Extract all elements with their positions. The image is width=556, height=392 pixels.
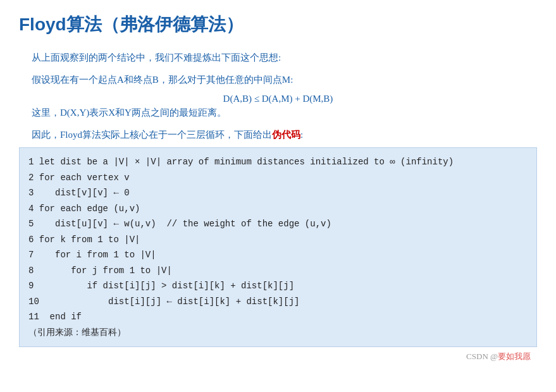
code-line-9: 9 if dist[i][j] > dist[i][k] + dist[k][j… — [28, 278, 528, 294]
code-block: 1 let dist be a |V| × |V| array of minim… — [19, 147, 537, 347]
code-line-2: 2 for each vertex v — [28, 170, 528, 186]
footer: CSDN @要如我愿 — [19, 351, 537, 362]
footer-text: CSDN @要如我愿 — [466, 351, 531, 362]
footer-prefix: CSDN @ — [466, 352, 498, 361]
intro-line1: 从上面观察到的两个结论中，我们不难提炼出下面这个思想: — [19, 49, 537, 66]
code-line-6: 6 for k from 1 to |V| — [28, 232, 528, 248]
code-line-citation: （引用来源：维基百科） — [28, 325, 528, 341]
code-line-1: 1 let dist be a |V| × |V| array of minim… — [28, 154, 528, 170]
code-line-5: 5 dist[u][v] ← w(u,v) // the weight of t… — [28, 216, 528, 232]
code-line-8: 8 for j from 1 to |V| — [28, 263, 528, 279]
intro-note: 这里，D(X,Y)表示X和Y两点之间的最短距离。 — [19, 107, 537, 119]
footer-brand: 要如我愿 — [498, 352, 531, 361]
code-line-4: 4 for each edge (u,v) — [28, 201, 528, 217]
intro-line2: 假设现在有一个起点A和终点B，那么对于其他任意的中间点M: — [19, 71, 537, 89]
code-line-10: 10 dist[i][j] ← dist[i][k] + dist[k][j] — [28, 294, 528, 310]
summary-line: 因此，Floyd算法实际上核心在于一个三层循环，下面给出伪代码: — [19, 129, 537, 141]
page-title: Floyd算法（弗洛伊德算法） — [19, 13, 537, 37]
summary-suffix: : — [300, 130, 303, 140]
code-line-3: 3 dist[v][v] ← 0 — [28, 185, 528, 201]
code-line-11: 11 end if — [28, 309, 528, 325]
summary-prefix: 因此，Floyd算法实际上核心在于一个三层循环，下面给出 — [32, 130, 272, 140]
intro-section: 从上面观察到的两个结论中，我们不难提炼出下面这个思想: 假设现在有一个起点A和终… — [19, 49, 537, 119]
code-line-7: 7 for i from 1 to |V| — [28, 247, 528, 263]
formula: D(A,B) ≤ D(A,M) + D(M,B) — [19, 94, 537, 104]
pseudo-label: 伪代码 — [272, 130, 300, 140]
